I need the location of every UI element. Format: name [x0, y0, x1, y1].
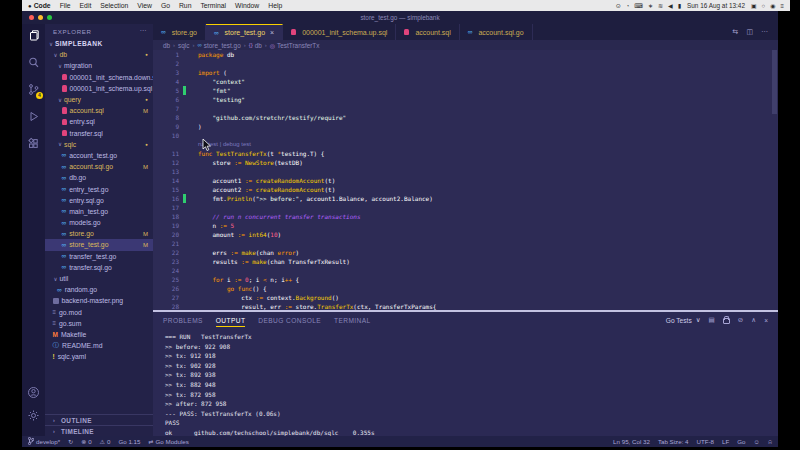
editor-scrollbar[interactable]	[772, 50, 777, 114]
tree-item-migration[interactable]: ∨migration	[45, 60, 153, 71]
explorer-more-actions-icon[interactable]: ⋯	[139, 27, 147, 35]
tree-item-account.sql.go[interactable]: ∞account.sql.goM	[45, 161, 153, 172]
volume-icon[interactable]: ◀	[668, 3, 673, 9]
close-panel-icon[interactable]: ×	[764, 317, 768, 324]
tree-item-sqlc[interactable]: ∨sqlc●	[45, 139, 153, 150]
spotlight-icon[interactable]: ○	[762, 3, 766, 9]
title-bar[interactable]: store_test.go — simplebank	[22, 11, 778, 24]
status-encoding[interactable]: UTF-8	[697, 438, 715, 445]
tree-item-backend-master.png[interactable]: backend-master.png	[45, 295, 153, 306]
status-cursor-position[interactable]: Ln 95, Col 32	[613, 438, 650, 445]
tree-item-SIMPLEBANK[interactable]: ∨SIMPLEBANK	[45, 38, 153, 49]
tree-item-util[interactable]: ∨util	[45, 273, 153, 284]
tree-item-entry.sql[interactable]: entry.sql	[45, 116, 153, 127]
menu-item-edit[interactable]: Edit	[80, 2, 92, 9]
tree-item-account_test.go[interactable]: ∞account_test.go	[45, 150, 153, 161]
status-eol[interactable]: LF	[722, 438, 729, 445]
tree-item-account.sql[interactable]: account.sqlM	[45, 105, 153, 116]
tab-000001_init_schema.up.sql[interactable]: 000001_init_schema.up.sql	[283, 24, 396, 40]
tree-item-main_test.go[interactable]: ∞main_test.go	[45, 206, 153, 217]
close-tab-icon[interactable]: ×	[270, 29, 274, 36]
menu-item-file[interactable]: File	[60, 2, 71, 9]
tree-item-store.go[interactable]: ∞store.goM	[45, 228, 153, 239]
tab-store_test.go[interactable]: ∞store_test.go×	[206, 24, 283, 40]
clear-output-icon[interactable]: ⊘	[738, 316, 744, 324]
codelens-debug-test[interactable]: debug test	[223, 141, 251, 147]
battery-icon[interactable]: ▮	[678, 3, 681, 9]
menu-item-help[interactable]: Help	[268, 2, 282, 9]
tree-item-sqlc.yaml[interactable]: !sqlc.yaml	[45, 351, 153, 362]
tree-item-store_test.go[interactable]: ∞store_test.goM	[45, 239, 153, 250]
status-warnings[interactable]: ⚠0	[100, 438, 111, 445]
panel-tab-terminal[interactable]: TERMINAL	[334, 314, 371, 327]
status-go-version[interactable]: Go 1.15	[118, 438, 140, 445]
display-mirror-icon[interactable]: ▣	[751, 3, 757, 9]
tree-item-random.go[interactable]: ∞random.go	[45, 284, 153, 295]
menu-clock[interactable]: Sun 16 Aug at 13:42	[687, 2, 745, 9]
tab-account.sql[interactable]: account.sql	[396, 24, 459, 40]
tree-item-go.sum[interactable]: ≡go.sum	[45, 318, 153, 329]
keyboard-icon[interactable]: ⌨	[634, 3, 643, 9]
account-icon[interactable]	[27, 386, 40, 399]
split-editor-icon[interactable]: ◫	[746, 28, 753, 36]
tree-item-000001_init_schema.up.sql[interactable]: 000001_init_schema.up.sql	[45, 83, 153, 94]
source-control-icon[interactable]: 4	[27, 83, 40, 96]
code-editor[interactable]: 1package db23import (4 "context"5 "fmt"6…	[153, 50, 778, 310]
menu-item-run[interactable]: Run	[179, 2, 191, 9]
tree-item-query[interactable]: ∨query●	[45, 94, 153, 105]
more-actions-icon[interactable]: ⋯	[761, 28, 768, 36]
status-go-modules[interactable]: ⇄Go Modules	[148, 438, 188, 445]
explorer-icon[interactable]	[27, 29, 40, 42]
panel-tab-problems[interactable]: PROBLEMS	[163, 314, 203, 327]
menu-item-terminal[interactable]: Terminal	[200, 2, 226, 9]
menu-item-selection[interactable]: Selection	[100, 2, 128, 9]
panel-tab-debug-console[interactable]: DEBUG CONSOLE	[258, 314, 321, 327]
timeline-section[interactable]: › TIMELINE	[45, 425, 153, 436]
status-sync[interactable]: ↻	[68, 438, 73, 445]
app-status-icon-2[interactable]: ◔	[626, 3, 630, 9]
maximize-panel-icon[interactable]: ∧	[751, 316, 756, 324]
status-language-mode[interactable]: Go	[737, 438, 745, 445]
outline-section[interactable]: › OUTLINE	[45, 414, 153, 425]
breadcrumb-item-db[interactable]: db	[163, 42, 170, 49]
status-notifications[interactable]: ⍾	[768, 438, 772, 446]
tree-item-transfer.sql[interactable]: transfer.sql	[45, 128, 153, 139]
tree-item-models.go[interactable]: ∞models.go	[45, 217, 153, 228]
breadcrumb-item-TestTransferTx[interactable]: ◎TestTransferTx	[270, 42, 320, 49]
output-content[interactable]: === RUN TestTransferTx>> before: 922 908…	[153, 328, 778, 438]
status-git-branch[interactable]: develop*	[28, 437, 60, 446]
bluetooth-icon[interactable]: ∗	[648, 3, 653, 9]
status-errors[interactable]: ⊗0	[81, 438, 91, 445]
status-feedback[interactable]: ☺	[754, 438, 760, 445]
tree-item-000001_init_schema.down.sql[interactable]: 000001_init_schema.down.sql	[45, 72, 153, 83]
run-debug-icon[interactable]	[27, 110, 40, 123]
menu-item-code[interactable]: Code	[34, 2, 51, 9]
tab-store.go[interactable]: ∞store.go	[153, 24, 206, 40]
open-changes-icon[interactable]: ⇆	[733, 28, 739, 36]
tree-item-entry.sql.go[interactable]: ∞entry.sql.go	[45, 195, 153, 206]
wifi-icon[interactable]: ≋	[658, 3, 663, 9]
breadcrumb-item-store_test.go[interactable]: ∞store_test.go	[197, 42, 240, 49]
output-channel-select[interactable]: Go Tests ∨	[666, 316, 701, 324]
tree-item-transfer_test.go[interactable]: ∞transfer_test.go	[45, 251, 153, 262]
menu-item-window[interactable]: Window	[235, 2, 259, 9]
search-icon[interactable]	[27, 56, 40, 69]
apple-menu-icon[interactable]: ●	[28, 3, 32, 9]
tab-account.sql.go[interactable]: ∞account.sql.go	[460, 24, 533, 40]
app-status-icon[interactable]: ⊙	[616, 3, 621, 9]
lock-scroll-icon[interactable]	[723, 318, 730, 324]
status-tab-size[interactable]: Tab Size: 4	[658, 438, 689, 445]
tree-item-Makefile[interactable]: MMakefile	[45, 329, 153, 340]
menu-item-view[interactable]: View	[137, 2, 152, 9]
control-center-icon[interactable]: ≡	[780, 3, 784, 9]
tree-item-entry_test.go[interactable]: ∞entry_test.go	[45, 183, 153, 194]
menu-item-go[interactable]: Go	[161, 2, 170, 9]
tree-item-transfer.sql.go[interactable]: ∞transfer.sql.go	[45, 262, 153, 273]
extensions-icon[interactable]	[27, 137, 40, 150]
tree-item-db.go[interactable]: ∞db.go	[45, 172, 153, 183]
siri-icon[interactable]: ◉	[770, 3, 775, 9]
breadcrumb-item-sqlc[interactable]: sqlc	[178, 42, 189, 49]
breadcrumb-item-db[interactable]: {}db	[249, 42, 262, 49]
tree-item-go.mod[interactable]: ≡go.mod	[45, 307, 153, 318]
panel-tab-output[interactable]: OUTPUT	[216, 314, 246, 327]
